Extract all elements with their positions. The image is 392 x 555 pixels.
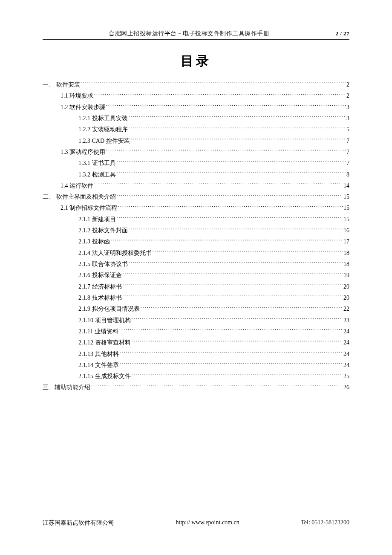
toc-entry[interactable]: 2.1.13 其他材料24 — [43, 349, 349, 360]
toc-leader-dots — [123, 283, 343, 289]
toc-entry-label: 2.1.12 资格审查材料 — [78, 337, 131, 348]
toc-heading: 目录 — [43, 52, 349, 70]
toc-entry[interactable]: 2.1.6 投标保证金19 — [43, 270, 349, 281]
toc-entry-page: 2 — [346, 90, 349, 101]
toc-entry-label: 1.2 软件安装步骤 — [61, 102, 105, 113]
toc-entry-label: 2.1.3 投标函 — [78, 236, 110, 247]
toc-entry[interactable]: 1.3 驱动程序使用7 — [43, 147, 349, 158]
toc-entry-label: 2.1 制作招标文件流程 — [61, 202, 117, 214]
toc-entry[interactable]: 2.1.7 经济标标书20 — [43, 281, 349, 292]
toc-entry-page: 15 — [343, 214, 349, 225]
toc-entry[interactable]: 2.1.2 投标文件封面16 — [43, 225, 349, 236]
toc-entry-label: 1.2.1 投标工具安装 — [78, 113, 128, 124]
toc-entry[interactable]: 2.1.9 拟分包项目情况表22 — [43, 304, 349, 315]
toc-entry-page: 8 — [346, 169, 349, 180]
toc-leader-dots — [132, 372, 343, 378]
toc-entry[interactable]: 2.1.14 文件签章24 — [43, 360, 349, 371]
footer-tel: Tel: 0512-58173200 — [301, 519, 349, 527]
toc-leader-dots — [94, 92, 346, 98]
toc-entry[interactable]: 2.1.4 法人证明和授权委托书18 — [43, 248, 349, 259]
toc-entry-page: 24 — [343, 337, 349, 348]
toc-entry-label: 1.3.2 检测工具 — [78, 169, 116, 180]
toc-leader-dots — [119, 327, 343, 333]
toc-entry[interactable]: 1.2.1 投标工具安装3 — [43, 113, 349, 124]
toc-entry-page: 18 — [343, 259, 349, 270]
toc-entry[interactable]: 1.2 软件安装步骤3 — [43, 102, 349, 113]
toc-entry-label: 2.1.4 法人证明和授权委托书 — [78, 248, 152, 259]
toc-entry-label: 三、辅助功能介绍 — [43, 382, 90, 393]
toc-entry-label: 2.1.13 其他材料 — [78, 349, 119, 360]
toc-leader-dots — [131, 137, 346, 143]
toc-leader-dots — [106, 148, 346, 154]
toc-entry-page: 7 — [346, 136, 349, 147]
toc-leader-dots — [123, 294, 343, 300]
toc-entry-page: 22 — [343, 304, 349, 315]
toc-entry-label: 2.1.7 经济标标书 — [78, 281, 122, 292]
toc-entry-label: 二、 软件主界面及相关介绍 — [43, 191, 116, 202]
toc-entry-label: 2.1.9 拟分包项目情况表 — [78, 304, 140, 315]
toc-entry-page: 20 — [343, 281, 349, 292]
toc-entry-label: 1.3.1 证书工具 — [78, 158, 116, 169]
document-page: 合肥网上招投标运行平台－电子投标文件制作工具操作手册 2 / 27 目录 一、 … — [0, 0, 392, 555]
toc-entry-page: 24 — [343, 360, 349, 371]
toc-leader-dots — [81, 81, 346, 87]
toc-entry-label: 1.1 环境要求 — [61, 90, 93, 101]
toc-entry-page: 15 — [343, 191, 349, 202]
toc-entry-label: 2.1.2 投标文件封面 — [78, 225, 128, 236]
toc-leader-dots — [153, 249, 343, 255]
toc-entry[interactable]: 一、 软件安装2 — [43, 79, 349, 90]
toc-leader-dots — [132, 338, 343, 344]
toc-entry[interactable]: 2.1.5 联合体协议书18 — [43, 259, 349, 270]
toc-entry-page: 23 — [343, 315, 349, 326]
toc-entry[interactable]: 1.3.1 证书工具7 — [43, 158, 349, 169]
toc-entry[interactable]: 三、辅助功能介绍26 — [43, 382, 349, 393]
toc-entry[interactable]: 2.1.3 投标函17 — [43, 236, 349, 247]
toc-entry-page: 20 — [343, 292, 349, 304]
toc-entry[interactable]: 1.2.3 CAD 控件安装7 — [43, 136, 349, 147]
toc-entry[interactable]: 1.3.2 检测工具8 — [43, 169, 349, 180]
toc-entry-page: 26 — [343, 382, 349, 393]
toc-entry-page: 2 — [346, 79, 349, 90]
toc-entry-label: 2.1.15 生成投标文件 — [78, 371, 131, 382]
toc-entry[interactable]: 2.1.15 生成投标文件25 — [43, 371, 349, 382]
toc-leader-dots — [129, 114, 346, 120]
page-separator: / — [338, 30, 343, 37]
toc-leader-dots — [94, 182, 343, 188]
toc-entry[interactable]: 2.1 制作招标文件流程15 — [43, 202, 349, 214]
toc-entry[interactable]: 1.4 运行软件14 — [43, 180, 349, 191]
toc-entry[interactable]: 2.1.10 项目管理机构23 — [43, 315, 349, 326]
toc-entry[interactable]: 2.1.8 技术标标书20 — [43, 292, 349, 304]
toc-entry-label: 2.1.6 投标保证金 — [78, 270, 122, 281]
toc-leader-dots — [117, 215, 343, 221]
toc-leader-dots — [117, 159, 346, 165]
toc-entry-page: 24 — [343, 349, 349, 360]
toc-entry-label: 一、 软件安装 — [43, 79, 80, 90]
toc-leader-dots — [129, 125, 346, 131]
toc-entry-page: 14 — [343, 180, 349, 191]
header-document-title: 合肥网上招投标运行平台－电子投标文件制作工具操作手册 — [43, 30, 335, 38]
toc-entry[interactable]: 2.1.11 业绩资料24 — [43, 326, 349, 337]
toc-entry[interactable]: 1.1 环境要求2 — [43, 90, 349, 101]
toc-entry-page: 5 — [346, 124, 349, 135]
total-pages: 27 — [343, 30, 349, 37]
toc-entry[interactable]: 1.2.2 安装驱动程序5 — [43, 124, 349, 135]
page-header: 合肥网上招投标运行平台－电子投标文件制作工具操作手册 2 / 27 — [43, 30, 349, 40]
toc-entry-page: 3 — [346, 102, 349, 113]
toc-entry[interactable]: 2.1.1 新建项目15 — [43, 214, 349, 225]
toc-leader-dots — [129, 226, 343, 232]
footer-url: http:// www.epoint.com.cn — [176, 519, 239, 527]
toc-entry-label: 1.4 运行软件 — [61, 180, 93, 191]
toc-entry[interactable]: 二、 软件主界面及相关介绍15 — [43, 191, 349, 202]
toc-leader-dots — [129, 260, 343, 266]
toc-leader-dots — [120, 361, 343, 367]
toc-entry[interactable]: 2.1.12 资格审查材料24 — [43, 337, 349, 348]
toc-leader-dots — [118, 204, 343, 210]
toc-entry-page: 15 — [343, 202, 349, 214]
toc-entry-page: 18 — [343, 248, 349, 259]
table-of-contents: 一、 软件安装21.1 环境要求21.2 软件安装步骤31.2.1 投标工具安装… — [43, 79, 349, 393]
toc-leader-dots — [117, 193, 343, 199]
toc-leader-dots — [91, 383, 343, 389]
toc-leader-dots — [132, 316, 343, 322]
toc-leader-dots — [111, 237, 343, 243]
toc-entry-label: 2.1.1 新建项目 — [78, 214, 116, 225]
